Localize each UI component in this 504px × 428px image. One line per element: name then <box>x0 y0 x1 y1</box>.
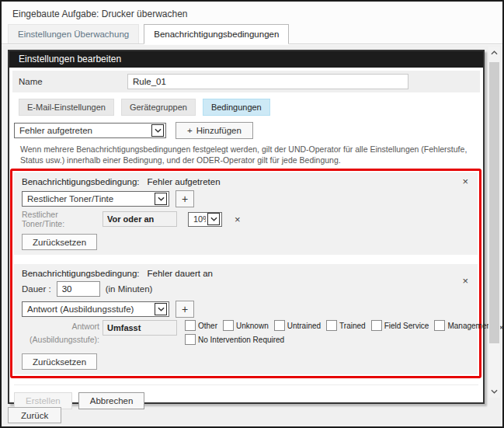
answer-condition-input <box>103 320 177 336</box>
duration-row: Dauer : (in Minuten) <box>22 281 468 297</box>
tab-label: Einstellungen Überwachung <box>18 30 129 39</box>
checkbox-management[interactable] <box>434 320 445 331</box>
subtab-label: E-Mail-Einstellungen <box>27 103 106 112</box>
toner-condition-row: Restlicher Toner/Tinte: 10% × <box>22 210 468 228</box>
subtab-conditions[interactable]: Bedingungen <box>203 99 270 116</box>
subtab-email-settings[interactable]: E-Mail-Einstellungen <box>19 99 114 116</box>
criteria-select-value: Antwort (Ausbildungsstufe) <box>23 304 153 314</box>
checkbox-label: No Intervention Required <box>198 336 284 344</box>
training-level-checkboxes: Other Unknown Untrained Trained Field Se… <box>185 320 499 348</box>
condition-block-header: Benachrichtigungsbedingung: Fehler dauer… <box>22 266 468 280</box>
checkbox-label: Management <box>447 322 492 330</box>
panel-footer: Erstellen Abbrechen <box>14 385 478 409</box>
checkbox-row: Other Unknown Untrained Trained Field Se… <box>185 320 499 331</box>
operator-info-text: Wenn mehrere Benachrichtigungsbedingunge… <box>20 144 472 165</box>
duration-input[interactable] <box>57 281 100 297</box>
name-label: Name <box>19 77 127 86</box>
criteria-select-row: Antwort (Ausbildungsstufe) + <box>22 301 468 318</box>
chevron-down-icon[interactable] <box>155 193 167 205</box>
name-input[interactable] <box>127 74 408 89</box>
chevron-down-icon[interactable] <box>488 385 500 398</box>
checkbox-label: Trained <box>339 322 366 330</box>
remove-icon[interactable]: × <box>235 214 241 225</box>
checkbox-field-service[interactable] <box>371 320 382 331</box>
condition-block-error-persists: Benachrichtigungsbedingung: Fehler dauer… <box>14 264 478 374</box>
toner-condition-label: Restlicher Toner/Tinte: <box>22 210 99 228</box>
conditions-highlight-region: Benachrichtigungsbedingung: Fehler aufge… <box>10 169 481 378</box>
condition-header-value: Fehler dauert an <box>148 269 213 280</box>
toner-condition-input <box>103 211 177 227</box>
criteria-select-row: Restlicher Toner/Tinte + <box>22 190 468 207</box>
answer-label-line2: (Ausbildungsstufe): <box>30 335 99 344</box>
toner-percent-select[interactable]: 10% <box>188 212 222 227</box>
add-criteria-button[interactable]: + <box>176 301 194 318</box>
add-criteria-button[interactable]: + <box>176 190 194 207</box>
condition-header-label: Benachrichtigungsbedingung: <box>22 269 140 280</box>
checkbox-no-intervention-required[interactable] <box>185 334 196 345</box>
chevron-down-icon[interactable] <box>151 124 164 137</box>
duration-unit-label: (in Minuten) <box>106 284 153 294</box>
criteria-select-value: Restlicher Toner/Tinte <box>23 194 153 204</box>
condition-header-value: Fehler aufgetreten <box>148 177 221 188</box>
plus-icon: + <box>182 193 188 205</box>
answer-condition-row: Antwort (Ausbildungsstufe): Other Unknow… <box>22 320 468 348</box>
reset-button[interactable]: Zurücksetzen <box>22 234 97 250</box>
answer-criteria-select[interactable]: Antwort (Ausbildungsstufe) <box>22 301 169 317</box>
chevron-down-icon[interactable] <box>155 303 167 315</box>
answer-label-line1: Antwort <box>71 322 99 331</box>
subtab-device-groups[interactable]: Gerätegruppen <box>121 99 196 116</box>
plus-icon: + <box>187 126 193 135</box>
close-icon[interactable]: × <box>462 277 468 286</box>
name-row: Name <box>12 71 480 92</box>
vertical-scrollbar[interactable] <box>488 47 500 398</box>
duration-label: Dauer : <box>22 284 51 294</box>
condition-header-label: Benachrichtigungsbedingung: <box>22 177 140 188</box>
tab-strip: Einstellungen Überwachung Benachrichtigu… <box>2 21 502 44</box>
answer-label: Antwort (Ausbildungsstufe): <box>22 320 99 346</box>
checkbox-unknown[interactable] <box>223 320 234 331</box>
subtab-label: Bedingungen <box>211 103 262 112</box>
tab-label: Benachrichtigungsbedingungen <box>154 30 279 39</box>
add-button-label: Hinzufügen <box>196 126 242 135</box>
checkbox-label: Other <box>198 322 217 330</box>
subtab-strip: E-Mail-Einstellungen Gerätegruppen Bedin… <box>19 99 483 116</box>
dialog-window: Eingebaute Aufgabe: Drucker überwachen E… <box>0 0 504 428</box>
back-button[interactable]: Zurück <box>8 407 61 423</box>
scrollbar-thumb[interactable] <box>489 62 499 343</box>
plus-icon: + <box>182 303 188 315</box>
condition-type-value: Fehler aufgetreten <box>15 126 150 135</box>
toner-criteria-select[interactable]: Restlicher Toner/Tinte <box>22 191 169 207</box>
close-icon[interactable]: × <box>462 177 468 186</box>
checkbox-label: Untrained <box>287 322 321 330</box>
checkbox-other[interactable] <box>185 320 196 331</box>
condition-block-error-occurred: Benachrichtigungsbedingung: Fehler aufge… <box>14 172 478 255</box>
checkbox-row: No Intervention Required <box>185 334 499 345</box>
chevron-down-icon[interactable] <box>207 213 220 225</box>
checkbox-trained[interactable] <box>326 320 337 331</box>
tab-einstellungen-ueberwachung[interactable]: Einstellungen Überwachung <box>8 24 139 43</box>
cancel-button[interactable]: Abbrechen <box>78 392 145 409</box>
checkbox-untrained[interactable] <box>274 320 285 331</box>
condition-type-select[interactable]: Fehler aufgetreten <box>14 123 166 138</box>
content-area: Einstellungen bearbeiten Name E-Mail-Ein… <box>2 45 502 426</box>
tab-benachrichtigungsbedingungen[interactable]: Benachrichtigungsbedingungen <box>144 24 289 44</box>
checkbox-label: Unknown <box>236 322 269 330</box>
checkbox-label: Field Service <box>384 322 429 330</box>
add-condition-row: Fehler aufgetreten + Hinzufügen <box>14 122 483 139</box>
reset-button[interactable]: Zurücksetzen <box>22 353 97 370</box>
edit-settings-panel: Einstellungen bearbeiten Name E-Mail-Ein… <box>8 50 485 404</box>
subtab-label: Gerätegruppen <box>130 103 187 112</box>
panel-title: Einstellungen bearbeiten <box>9 51 483 68</box>
page-title: Eingebaute Aufgabe: Drucker überwachen <box>2 2 502 21</box>
percent-value: 10% <box>189 214 206 224</box>
condition-block-header: Benachrichtigungsbedingung: Fehler aufge… <box>22 175 468 188</box>
add-condition-button[interactable]: + Hinzufügen <box>176 122 253 139</box>
chevron-up-icon[interactable] <box>488 47 500 59</box>
